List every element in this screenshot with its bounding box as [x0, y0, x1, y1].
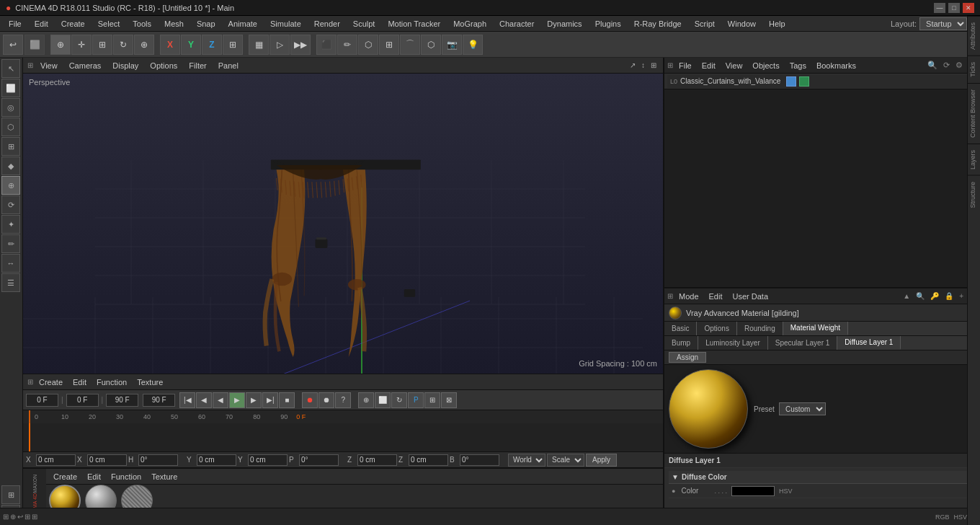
- mat-tab-luminosity[interactable]: Luminosity Layer: [698, 336, 768, 350]
- mat-tab-material-weight[interactable]: Material Weight: [783, 322, 848, 335]
- array-tool[interactable]: ⊞: [379, 35, 399, 55]
- undo-button[interactable]: ↩: [3, 35, 23, 55]
- expand-btn[interactable]: ⊠: [441, 392, 457, 408]
- nurbs-tool[interactable]: ⬡: [421, 35, 441, 55]
- color-tool5[interactable]: ⊞: [32, 513, 37, 521]
- record-btn[interactable]: ⏺: [302, 392, 318, 408]
- move-keys[interactable]: ⊕: [358, 392, 374, 408]
- tool-select-box[interactable]: ⬜: [1, 79, 20, 97]
- pen-tool[interactable]: ✏: [337, 35, 357, 55]
- rs-tab-structure[interactable]: Structure: [968, 175, 980, 214]
- tool-edge[interactable]: ⊞: [1, 137, 20, 156]
- render-region[interactable]: ▦: [249, 35, 269, 55]
- rotate-tool[interactable]: ↻: [113, 35, 133, 55]
- color-tool1[interactable]: ⊞: [3, 513, 9, 521]
- close-button[interactable]: ✕: [963, 3, 974, 13]
- menu-vray[interactable]: R-Ray Bridge: [628, 18, 687, 30]
- multi-key[interactable]: ⊞: [424, 392, 440, 408]
- bezier-tool[interactable]: ⌒: [400, 35, 420, 55]
- cube-primitive[interactable]: ⬛: [316, 35, 337, 55]
- menu-create[interactable]: Create: [55, 18, 91, 30]
- axis-x[interactable]: X: [160, 35, 180, 55]
- play-backward[interactable]: ◀: [213, 392, 228, 408]
- mat-tab-rounding[interactable]: Rounding: [737, 322, 783, 335]
- move-tool[interactable]: ✛: [71, 35, 92, 55]
- viewport-ctrl-3[interactable]: ⊞: [649, 61, 659, 70]
- mat-menu-function[interactable]: Function: [107, 472, 146, 482]
- menu-mesh[interactable]: Mesh: [159, 18, 190, 30]
- color-tool4[interactable]: ⊞: [24, 513, 30, 521]
- mat-tab-diffuse[interactable]: Diffuse Layer 1: [837, 336, 901, 350]
- timeline-tracks[interactable]: [23, 423, 663, 451]
- tool-active[interactable]: ⊕: [1, 176, 20, 195]
- transform-tool[interactable]: ⊕: [134, 35, 154, 55]
- maximize-button[interactable]: □: [948, 3, 960, 13]
- tl-menu-edit[interactable]: Edit: [68, 377, 91, 387]
- rs-tab-layers[interactable]: Layers: [968, 144, 980, 175]
- coord-y-size[interactable]: [248, 454, 288, 466]
- tool-sculpt[interactable]: ✦: [1, 215, 20, 234]
- tool-magnet[interactable]: ⟳: [1, 195, 20, 214]
- mat-tab-bump[interactable]: Bump: [664, 336, 698, 350]
- mat-tool-key[interactable]: 🔑: [928, 291, 941, 301]
- mat-menu-create[interactable]: Create: [49, 472, 81, 482]
- mat-tool-lock[interactable]: 🔒: [943, 291, 956, 301]
- mat-menu-texture[interactable]: Texture: [147, 472, 182, 482]
- record-anim[interactable]: ⏺: [318, 392, 334, 408]
- stop-btn[interactable]: ■: [279, 392, 295, 408]
- viewport-menu-display[interactable]: Display: [108, 61, 143, 71]
- mat-tab-basic[interactable]: Basic: [664, 322, 697, 335]
- frame-step-field[interactable]: 90 F: [143, 394, 175, 407]
- menu-mograph[interactable]: MoGraph: [447, 18, 492, 30]
- tool-move[interactable]: ↖: [1, 59, 20, 78]
- redo-button[interactable]: ⬜: [24, 35, 45, 55]
- hsv-btn[interactable]: HSV: [953, 513, 967, 521]
- coord-world-select[interactable]: World: [508, 454, 545, 467]
- obj-menu-bookmarks[interactable]: Bookmarks: [812, 61, 860, 71]
- mat-menu-edit[interactable]: Edit: [83, 472, 105, 482]
- coord-b-rot[interactable]: [460, 454, 499, 466]
- auto-key[interactable]: P: [408, 392, 424, 408]
- menu-help[interactable]: Help: [763, 18, 791, 30]
- tool-point[interactable]: ◆: [1, 156, 20, 175]
- goto-start[interactable]: |◀: [179, 392, 195, 408]
- menu-animate[interactable]: Animate: [223, 18, 263, 30]
- prev-frame[interactable]: ◀: [196, 392, 212, 408]
- record-all[interactable]: ?: [335, 392, 351, 408]
- menu-snap[interactable]: Snap: [191, 18, 221, 30]
- camera-tool[interactable]: 📷: [442, 35, 462, 55]
- tl-menu-function[interactable]: Function: [92, 377, 131, 387]
- color-tool2[interactable]: ⊕: [10, 513, 16, 521]
- tl-menu-create[interactable]: Create: [35, 377, 67, 387]
- menu-motion-tracker[interactable]: Motion Tracker: [382, 18, 446, 30]
- diffuse-color-header[interactable]: ▼ Diffuse Color: [669, 471, 976, 484]
- mat-tool-up[interactable]: ▲: [901, 291, 912, 301]
- play-forward[interactable]: ▶: [229, 392, 245, 408]
- frame-current-field[interactable]: 0 F: [66, 394, 99, 407]
- menu-render[interactable]: Render: [308, 18, 346, 30]
- select-keys[interactable]: ⬜: [375, 392, 391, 408]
- obj-menu-objects[interactable]: Objects: [748, 61, 783, 71]
- mat-tool-search[interactable]: 🔍: [914, 291, 927, 301]
- frame-end-field[interactable]: 90 F: [106, 394, 138, 407]
- rotate-keys[interactable]: ↻: [391, 392, 407, 408]
- axis-z[interactable]: Z: [202, 35, 222, 55]
- viewport-menu-panel[interactable]: Panel: [214, 61, 243, 71]
- tool-poly[interactable]: ⬡: [1, 118, 20, 136]
- color-tool3[interactable]: ↩: [17, 513, 23, 521]
- color-radio[interactable]: ●: [672, 488, 675, 495]
- obj-menu-view[interactable]: View: [721, 61, 747, 71]
- coord-h-rot[interactable]: [138, 454, 178, 466]
- mat-tab-specular[interactable]: Specular Layer 1: [768, 336, 838, 350]
- menu-dynamics[interactable]: Dynamics: [541, 18, 587, 30]
- menu-plugins[interactable]: Plugins: [589, 18, 627, 30]
- menu-simulate[interactable]: Simulate: [264, 18, 307, 30]
- obj-menu-edit[interactable]: Edit: [698, 61, 720, 71]
- assign-button[interactable]: Assign: [669, 352, 706, 363]
- menu-character[interactable]: Character: [494, 18, 540, 30]
- frame-start-field[interactable]: 0 F: [26, 394, 58, 407]
- coord-x-pos[interactable]: [36, 454, 76, 466]
- menu-edit[interactable]: Edit: [29, 18, 54, 30]
- goto-end[interactable]: ▶|: [262, 392, 278, 408]
- obj-content[interactable]: [664, 89, 980, 287]
